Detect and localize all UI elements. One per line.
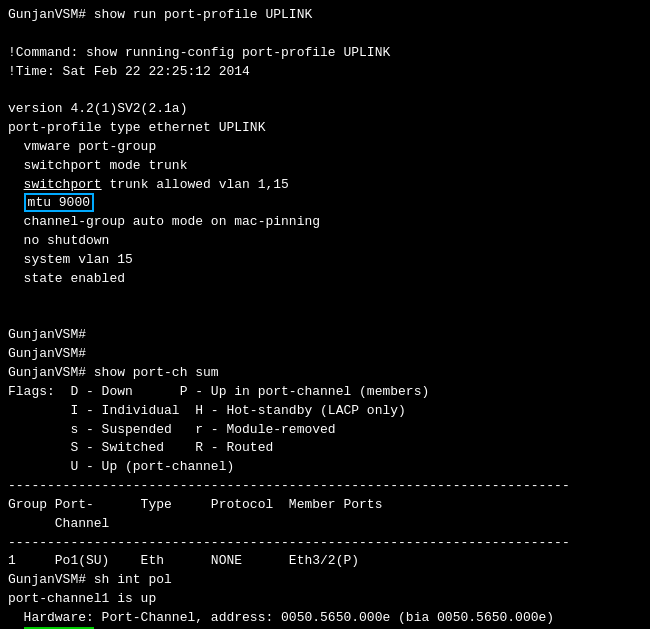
line-11: mtu 9000	[8, 194, 642, 213]
empty-4	[8, 308, 642, 327]
empty-2	[8, 81, 642, 100]
line-1: GunjanVSM# show run port-profile UPLINK	[8, 6, 642, 25]
line-30: 1 Po1(SU) Eth NONE Eth3/2(P)	[8, 552, 642, 571]
line-19: GunjanVSM#	[8, 345, 642, 364]
line-14: system vlan 15	[8, 251, 642, 270]
line-25: U - Up (port-channel)	[8, 458, 642, 477]
mtu-highlight-blue: mtu 9000	[24, 193, 94, 212]
line-8: vmware port-group	[8, 138, 642, 157]
switchport-underline: switchport	[24, 177, 102, 192]
line-21: Flags: D - Down P - Up in port-channel (…	[8, 383, 642, 402]
empty-1	[8, 25, 642, 44]
line-7: port-profile type ethernet UPLINK	[8, 119, 642, 138]
line-9: switchport mode trunk	[8, 157, 642, 176]
line-22: I - Individual H - Hot-standby (LACP onl…	[8, 402, 642, 421]
line-24: S - Switched R - Routed	[8, 439, 642, 458]
line-12: channel-group auto mode on mac-pinning	[8, 213, 642, 232]
terminal-window: GunjanVSM# show run port-profile UPLINK …	[0, 0, 650, 629]
line-32: port-channel1 is up	[8, 590, 642, 609]
divider-1: ----------------------------------------…	[8, 477, 642, 496]
empty-3	[8, 289, 642, 308]
line-4: !Time: Sat Feb 22 22:25:12 2014	[8, 63, 642, 82]
line-10: switchport trunk allowed vlan 1,15	[8, 176, 642, 195]
line-31: GunjanVSM# sh int pol	[8, 571, 642, 590]
line-23: s - Suspended r - Module-removed	[8, 421, 642, 440]
line-27: Group Port- Type Protocol Member Ports	[8, 496, 642, 515]
line-33: Hardware: Port-Channel, address: 0050.56…	[8, 609, 642, 628]
line-28: Channel	[8, 515, 642, 534]
line-18: GunjanVSM#	[8, 326, 642, 345]
line-20: GunjanVSM# show port-ch sum	[8, 364, 642, 383]
divider-2: ----------------------------------------…	[8, 534, 642, 553]
line-3: !Command: show running-config port-profi…	[8, 44, 642, 63]
line-6: version 4.2(1)SV2(2.1a)	[8, 100, 642, 119]
line-15: state enabled	[8, 270, 642, 289]
line-13: no shutdown	[8, 232, 642, 251]
